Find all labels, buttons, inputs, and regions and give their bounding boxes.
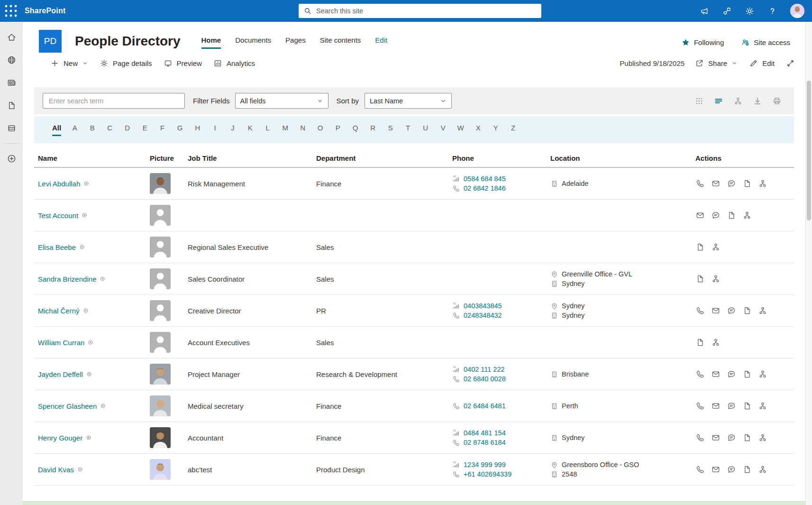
call-action-icon[interactable] <box>695 465 705 474</box>
edit-page-button[interactable]: Edit <box>743 59 780 68</box>
sort-by-dropdown[interactable]: Last Name <box>365 93 452 109</box>
expand-button[interactable] <box>780 59 801 68</box>
email-action-icon[interactable] <box>711 433 721 442</box>
profile-document-action-icon[interactable] <box>742 179 752 188</box>
profile-document-action-icon[interactable] <box>742 401 752 411</box>
alphabet-filter-i[interactable]: I <box>211 124 219 136</box>
alphabet-filter-k[interactable]: K <box>246 124 254 136</box>
filter-fields-dropdown[interactable]: All fields <box>235 93 328 109</box>
profile-document-action-icon[interactable] <box>742 306 752 315</box>
site-search-box[interactable] <box>299 4 541 18</box>
rail-lists-icon[interactable] <box>7 123 17 133</box>
tab-edit[interactable]: Edit <box>375 36 387 49</box>
alphabet-filter-all[interactable]: All <box>52 124 61 136</box>
alphabet-filter-q[interactable]: Q <box>351 124 359 136</box>
phone-number-link[interactable]: 02 6842 1846 <box>464 184 506 192</box>
call-action-icon[interactable] <box>695 401 705 411</box>
profile-avatar[interactable] <box>790 4 804 18</box>
alphabet-filter-v[interactable]: V <box>439 124 447 136</box>
call-action-icon[interactable] <box>695 433 705 442</box>
person-name-link[interactable]: Test Account <box>38 211 78 220</box>
phone-number-link[interactable]: 0402 111 222 <box>464 366 505 373</box>
alphabet-filter-y[interactable]: Y <box>492 124 500 136</box>
phone-number-link[interactable]: +61 402694339 <box>464 470 511 478</box>
phone-number-link[interactable]: 0584 684 845 <box>464 175 506 183</box>
person-name-link[interactable]: Spencer Glasheen <box>38 402 97 410</box>
profile-document-action-icon[interactable] <box>727 211 736 220</box>
rail-pages-icon[interactable] <box>7 101 17 110</box>
person-name-link[interactable]: Sandra Brizendine <box>38 275 96 283</box>
profile-document-action-icon[interactable] <box>742 433 752 442</box>
org-chart-action-icon[interactable] <box>742 211 752 220</box>
share-button[interactable]: Share <box>689 59 743 68</box>
alphabet-filter-h[interactable]: H <box>193 124 201 136</box>
org-chart-action-icon[interactable] <box>758 401 767 411</box>
profile-document-action-icon[interactable] <box>695 274 705 284</box>
org-chart-action-icon[interactable] <box>711 242 721 252</box>
tab-home[interactable]: Home <box>201 36 221 49</box>
org-chart-action-icon[interactable] <box>758 179 767 188</box>
person-name-link[interactable]: Levi Abdullah <box>38 180 80 188</box>
alphabet-filter-p[interactable]: P <box>334 124 342 136</box>
suite-app-name[interactable]: SharePoint <box>25 7 65 15</box>
rail-home-icon[interactable] <box>7 32 17 42</box>
email-action-icon[interactable] <box>711 369 721 379</box>
rail-news-icon[interactable] <box>7 78 17 88</box>
page-details-button[interactable]: Page details <box>94 53 158 73</box>
tab-documents[interactable]: Documents <box>235 36 271 49</box>
chat-action-icon[interactable] <box>727 465 736 474</box>
analytics-button[interactable]: Analytics <box>208 53 261 73</box>
alphabet-filter-b[interactable]: B <box>88 124 96 136</box>
alphabet-filter-z[interactable]: Z <box>509 124 517 136</box>
org-chart-action-icon[interactable] <box>758 306 767 315</box>
profile-document-action-icon[interactable] <box>742 369 752 379</box>
person-name-link[interactable]: David Kvas <box>38 466 74 474</box>
chat-action-icon[interactable] <box>727 179 736 188</box>
grid-view-icon[interactable] <box>694 96 704 106</box>
export-icon[interactable] <box>753 96 762 106</box>
vertical-scrollbar[interactable] <box>805 22 812 505</box>
scrollbar-thumb[interactable] <box>807 81 811 220</box>
tab-site-contents[interactable]: Site contents <box>320 36 361 49</box>
phone-number-link[interactable]: 02 8748 6184 <box>464 439 506 446</box>
tab-pages[interactable]: Pages <box>285 36 306 49</box>
org-chart-action-icon[interactable] <box>758 465 767 474</box>
profile-document-action-icon[interactable] <box>695 242 705 252</box>
alphabet-filter-e[interactable]: E <box>141 124 149 136</box>
profile-document-action-icon[interactable] <box>742 465 752 474</box>
site-search-input[interactable] <box>316 7 537 15</box>
alphabet-filter-m[interactable]: M <box>281 124 289 136</box>
alphabet-filter-d[interactable]: D <box>123 124 131 136</box>
email-action-icon[interactable] <box>711 179 721 188</box>
chat-action-icon[interactable] <box>711 211 721 220</box>
phone-number-link[interactable]: 02 6484 6481 <box>464 402 506 410</box>
call-action-icon[interactable] <box>695 369 705 379</box>
alphabet-filter-w[interactable]: W <box>456 124 465 136</box>
announcements-icon[interactable] <box>699 6 709 16</box>
print-icon[interactable] <box>772 96 782 106</box>
email-action-icon[interactable] <box>711 306 721 315</box>
rail-create-icon[interactable] <box>7 154 17 164</box>
chat-action-icon[interactable] <box>727 369 736 379</box>
app-launcher-icon[interactable] <box>0 0 22 22</box>
org-chart-action-icon[interactable] <box>758 369 767 379</box>
alphabet-filter-n[interactable]: N <box>299 124 307 136</box>
alphabet-filter-r[interactable]: R <box>369 124 377 136</box>
phone-number-link[interactable]: 0403843845 <box>464 302 502 310</box>
phone-number-link[interactable]: 0484 481 154 <box>464 429 506 437</box>
email-action-icon[interactable] <box>711 465 721 474</box>
org-chart-action-icon[interactable] <box>711 338 721 347</box>
person-name-link[interactable]: Henry Gouger <box>38 434 82 442</box>
profile-document-action-icon[interactable] <box>695 338 705 347</box>
phone-number-link[interactable]: 0248348432 <box>464 312 502 319</box>
alphabet-filter-g[interactable]: G <box>176 124 184 136</box>
alphabet-filter-j[interactable]: J <box>228 124 237 136</box>
help-icon[interactable] <box>767 6 777 16</box>
new-button[interactable]: New <box>45 53 94 73</box>
call-action-icon[interactable] <box>695 179 705 188</box>
alphabet-filter-a[interactable]: A <box>71 124 79 136</box>
email-action-icon[interactable] <box>711 401 721 411</box>
alphabet-filter-x[interactable]: X <box>474 124 482 136</box>
person-name-link[interactable]: Jayden Deffell <box>38 370 83 378</box>
email-action-icon[interactable] <box>695 211 705 220</box>
